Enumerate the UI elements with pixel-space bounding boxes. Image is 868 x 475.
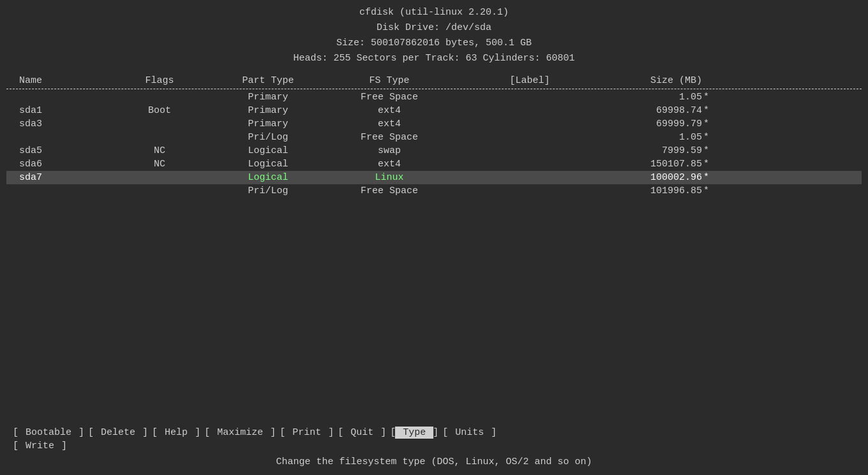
cell-label	[460, 119, 600, 129]
bracket-close: ]	[380, 427, 386, 438]
col-header-fs-type: FS Type	[319, 75, 460, 86]
bracket-close: ]	[270, 427, 276, 438]
cell-name	[6, 186, 102, 196]
cell-flags: NC	[102, 145, 217, 156]
cell-flags	[102, 172, 217, 183]
cell-label	[460, 172, 600, 183]
table-row[interactable]: sda1 Boot Primary ext4 69998.74 *	[6, 104, 862, 117]
menu-label-bootable: Bootable	[19, 427, 79, 438]
cell-fs-type: Free Space	[319, 186, 460, 196]
bracket-close: ]	[142, 427, 148, 438]
menu-btn-quit[interactable]: [ Quit ]	[338, 427, 386, 438]
cell-label	[460, 92, 600, 103]
menu-row-2: [ Write ]	[13, 441, 855, 451]
bracket-open: [	[152, 427, 158, 438]
cell-fs-type: ext4	[319, 105, 460, 116]
bracket-close: ]	[61, 441, 67, 451]
table-divider	[6, 89, 862, 89]
cell-flags	[102, 186, 217, 196]
cell-part-type: Primary	[217, 92, 319, 103]
table-row[interactable]: sda6 NC Logical ext4 150107.85 *	[6, 157, 862, 171]
cell-name	[6, 92, 102, 103]
bracket-open: [	[280, 427, 285, 438]
cell-size: 100002.96	[600, 172, 702, 183]
menu-btn-units[interactable]: [ Units ]	[442, 427, 497, 438]
table-row[interactable]: sda3 Primary ext4 69999.79 *	[6, 117, 862, 131]
cell-name: sda5	[6, 145, 102, 156]
menu-label-quit: Quit	[343, 427, 380, 438]
cell-part-type: Primary	[217, 105, 319, 116]
cell-flags	[102, 92, 217, 103]
cell-part-type: Logical	[217, 172, 319, 183]
footer: [ Bootable ][ Delete ][ Help ][ Maximize…	[0, 422, 868, 475]
menu-btn-help[interactable]: [ Help ]	[152, 427, 200, 438]
bracket-open: [	[13, 427, 19, 438]
app: cfdisk (util-linux 2.20.1) Disk Drive: /…	[0, 0, 868, 475]
table-row[interactable]: sda5 NC Logical swap 7999.59 *	[6, 144, 862, 157]
cell-size: 150107.85	[600, 159, 702, 170]
table-row[interactable]: Primary Free Space 1.05 *	[6, 91, 862, 104]
cell-flags	[102, 119, 217, 129]
cell-flags	[102, 132, 217, 143]
menu-label-maximize: Maximize	[210, 427, 270, 438]
cell-flags: Boot	[102, 105, 217, 116]
cell-size: 1.05	[600, 92, 702, 103]
status-bar: Change the filesystem type (DOS, Linux, …	[13, 457, 855, 470]
menu-btn-type[interactable]: [ Type ]	[390, 427, 438, 438]
menu-btn-print[interactable]: [ Print ]	[280, 427, 334, 438]
bracket-close: ]	[79, 427, 84, 438]
cell-part-type: Pri/Log	[217, 132, 319, 143]
menu-row-1: [ Bootable ][ Delete ][ Help ][ Maximize…	[13, 427, 855, 438]
menu-label-units: Units	[448, 427, 491, 438]
cell-label	[460, 159, 600, 170]
cell-star: *	[702, 159, 715, 170]
menu-label-delete: Delete	[94, 427, 142, 438]
cell-size: 69999.79	[600, 119, 702, 129]
bracket-open: [	[204, 427, 210, 438]
cell-part-type: Logical	[217, 145, 319, 156]
cell-star: *	[702, 105, 715, 116]
menu-btn-maximize[interactable]: [ Maximize ]	[204, 427, 276, 438]
cell-flags: NC	[102, 159, 217, 170]
cell-part-type: Logical	[217, 159, 319, 170]
disk-geometry: Heads: 255 Sectors per Track: 63 Cylinde…	[0, 51, 868, 66]
bracket-close: ]	[433, 427, 438, 438]
menu-label-type: Type	[396, 427, 433, 438]
cell-name: sda7	[6, 172, 102, 183]
cell-fs-type: ext4	[319, 159, 460, 170]
title: cfdisk (util-linux 2.20.1)	[0, 5, 868, 20]
cell-name: sda6	[6, 159, 102, 170]
menu-btn-write[interactable]: [ Write ]	[13, 441, 67, 451]
cell-name: sda3	[6, 119, 102, 129]
menu-btn-delete[interactable]: [ Delete ]	[88, 427, 148, 438]
bracket-open: [	[442, 427, 448, 438]
col-header-size: Size (MB)	[600, 75, 702, 86]
bracket-close: ]	[195, 427, 200, 438]
bracket-close: ]	[491, 427, 497, 438]
cell-size: 7999.59	[600, 145, 702, 156]
cell-star: *	[702, 145, 715, 156]
cell-part-type: Primary	[217, 119, 319, 129]
menu-btn-bootable[interactable]: [ Bootable ]	[13, 427, 84, 438]
table-body: Primary Free Space 1.05 * sda1 Boot Prim…	[6, 91, 862, 198]
cell-label	[460, 186, 600, 196]
cell-size: 1.05	[600, 132, 702, 143]
table-row[interactable]: Pri/Log Free Space 1.05 *	[6, 131, 862, 144]
cell-star: *	[702, 132, 715, 143]
col-header-label: [Label]	[460, 75, 600, 86]
cell-label	[460, 105, 600, 116]
disk-drive: Disk Drive: /dev/sda	[0, 20, 868, 36]
cell-part-type: Pri/Log	[217, 186, 319, 196]
cell-fs-type: Free Space	[319, 132, 460, 143]
col-header-flags: Flags	[102, 75, 217, 86]
cell-star: *	[702, 92, 715, 103]
cell-star: *	[702, 172, 715, 183]
cell-fs-type: Linux	[319, 172, 460, 183]
table-row[interactable]: sda7 Logical Linux 100002.96 *	[6, 171, 862, 184]
bracket-open: [	[390, 427, 396, 438]
header: cfdisk (util-linux 2.20.1) Disk Drive: /…	[0, 0, 868, 69]
bracket-open: [	[88, 427, 94, 438]
menu-label-help: Help	[158, 427, 195, 438]
table-row[interactable]: Pri/Log Free Space 101996.85 *	[6, 184, 862, 198]
cell-fs-type: ext4	[319, 119, 460, 129]
